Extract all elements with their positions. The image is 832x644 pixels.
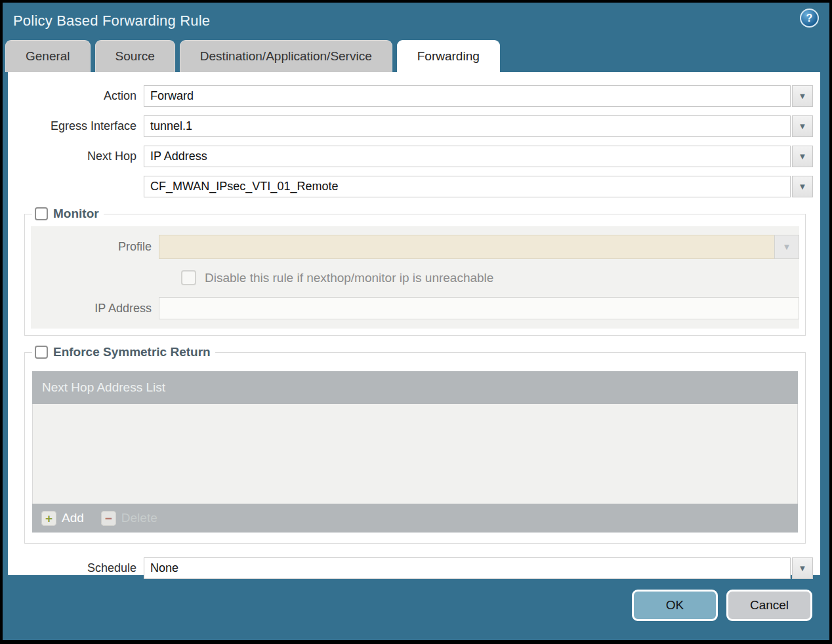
next-hop-address-table-toolbar: + Add − Delete [32, 504, 798, 533]
monitor-checkbox[interactable] [35, 207, 48, 220]
ok-button[interactable]: OK [632, 590, 718, 621]
next-hop-address-dropdown-icon[interactable]: ▼ [792, 176, 813, 197]
next-hop-type-row: Next Hop ▼ [8, 146, 813, 167]
cancel-button[interactable]: Cancel [726, 590, 812, 621]
next-hop-address-table: Next Hop Address List + Add − Delete [32, 371, 798, 533]
profile-row: Profile ▼ [31, 235, 799, 259]
profile-label: Profile [31, 240, 159, 254]
dialog-title: Policy Based Forwarding Rule [13, 12, 210, 30]
next-hop-address-table-body [32, 404, 798, 504]
next-hop-address-table-header: Next Hop Address List [32, 371, 798, 404]
add-icon: + [41, 511, 56, 526]
dialog-titlebar: Policy Based Forwarding Rule ? [3, 3, 829, 39]
egress-interface-row: Egress Interface ▼ [8, 115, 813, 137]
symmetric-return-section: Enforce Symmetric Return Next Hop Addres… [24, 345, 806, 544]
egress-interface-input[interactable] [144, 115, 791, 137]
action-combo: ▼ [144, 85, 813, 107]
action-dropdown-icon[interactable]: ▼ [792, 85, 813, 107]
monitor-ip-address-input [159, 297, 799, 319]
schedule-dropdown-icon[interactable]: ▼ [792, 557, 813, 579]
egress-interface-label: Egress Interface [16, 119, 144, 133]
tab-bar: General Source Destination/Application/S… [3, 39, 829, 72]
forwarding-tab-panel: Action ▼ Egress Interface ▼ Next Hop [8, 72, 820, 575]
tab-forwarding[interactable]: Forwarding [397, 40, 500, 72]
help-icon[interactable]: ? [800, 9, 819, 28]
policy-based-forwarding-dialog: Policy Based Forwarding Rule ? General S… [3, 3, 829, 640]
monitor-legend-label: Monitor [53, 207, 99, 221]
egress-interface-combo: ▼ [144, 115, 813, 137]
profile-dropdown-icon: ▼ [774, 235, 799, 259]
schedule-combo: ▼ [144, 557, 813, 579]
monitor-ip-address-label: IP Address [31, 302, 159, 315]
disable-rule-row: Disable this rule if nexthop/monitor ip … [181, 270, 799, 285]
next-hop-label: Next Hop [16, 150, 144, 163]
tab-general[interactable]: General [5, 40, 91, 72]
monitor-panel: Profile ▼ Disable this rule if nexthop/m… [31, 226, 799, 329]
schedule-input[interactable] [144, 557, 791, 579]
profile-combo: ▼ [159, 235, 799, 259]
next-hop-type-input[interactable] [144, 146, 791, 167]
disable-rule-checkbox [181, 270, 196, 285]
action-label: Action [16, 89, 144, 103]
symmetric-return-legend: Enforce Symmetric Return [32, 345, 215, 359]
disable-rule-label: Disable this rule if nexthop/monitor ip … [205, 271, 493, 285]
profile-input [159, 235, 774, 259]
symmetric-return-legend-label: Enforce Symmetric Return [53, 345, 211, 359]
next-hop-address-input[interactable] [144, 176, 791, 197]
tab-destination-application-service[interactable]: Destination/Application/Service [180, 40, 392, 72]
monitor-legend: Monitor [32, 207, 104, 221]
next-hop-address-row: ▼ [8, 176, 813, 197]
dialog-footer: OK Cancel [3, 575, 829, 640]
tab-source[interactable]: Source [95, 40, 175, 72]
monitor-section: Monitor Profile ▼ Disable this rule if n… [24, 207, 806, 336]
schedule-row: Schedule ▼ [8, 557, 813, 579]
add-button[interactable]: + Add [41, 511, 84, 526]
delete-button: − Delete [101, 511, 157, 526]
action-input[interactable] [144, 85, 791, 107]
monitor-ip-address-combo [159, 297, 799, 319]
delete-icon: − [101, 511, 116, 526]
egress-interface-dropdown-icon[interactable]: ▼ [792, 115, 813, 137]
next-hop-type-dropdown-icon[interactable]: ▼ [792, 146, 813, 167]
schedule-label: Schedule [16, 561, 144, 575]
symmetric-return-checkbox[interactable] [35, 346, 48, 359]
monitor-ip-address-row: IP Address [31, 297, 799, 319]
next-hop-address-combo: ▼ [144, 176, 813, 197]
next-hop-type-combo: ▼ [144, 146, 813, 167]
action-row: Action ▼ [8, 85, 813, 107]
